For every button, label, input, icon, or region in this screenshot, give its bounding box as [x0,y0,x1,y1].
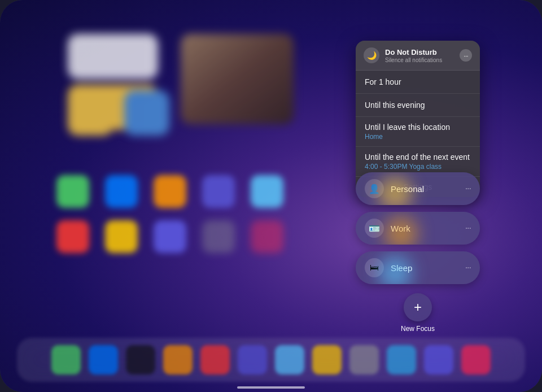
widget-yellow-small [68,90,113,136]
focus-work-button[interactable]: 🪪 Work ··· [356,212,480,245]
app-icon-3 [251,175,283,208]
moon-icon: 🌙 [364,47,379,63]
widget-blue-small [124,90,169,136]
dnd-menu-until-this-evening[interactable]: Until this evening [356,94,480,117]
dnd-menu-for-1-hour[interactable]: For 1 hour [356,71,480,94]
new-focus-button[interactable]: + [404,293,432,321]
app-icon-messages [56,175,89,208]
dock-icon-2 [89,345,118,374]
app-icon-6 [154,220,186,253]
dock-icon-9 [349,345,379,374]
dock-icon-12 [461,345,491,374]
app-icon-7 [202,220,235,253]
home-indicator [237,386,305,389]
focus-buttons-container: 👤 Personal ··· 🪪 Work ··· 🛏 Sleep ··· + [356,172,480,333]
app-icons-row-1 [56,175,283,208]
app-icons-row-2 [56,220,283,253]
plus-icon: + [414,299,422,315]
dock-icon-7 [275,345,304,374]
ipad-frame: 🌙 Do Not Disturb Silence all notificatio… [0,0,542,392]
app-icon-8 [251,220,283,253]
app-icon-2 [202,175,235,208]
new-focus-label: New Focus [401,325,435,333]
app-icon-1 [154,175,186,208]
app-icon-4 [56,220,89,253]
dnd-title: Do Not Disturb [385,48,460,56]
focus-personal-button[interactable]: 👤 Personal ··· [356,172,480,205]
dock-icon-5 [200,345,230,374]
widget-white [68,34,158,79]
until-leave-label: Until I leave this location [365,123,450,132]
dnd-menu-until-leave-location[interactable]: Until I leave this location Home [356,117,480,147]
until-event-sublabel: 4:00 - 5:30PM Yoga class [365,163,471,171]
dnd-header: 🌙 Do Not Disturb Silence all notificatio… [356,41,480,71]
dock-icon-1 [51,345,81,374]
dnd-more-button[interactable]: ··· [460,49,472,62]
new-focus-container: + New Focus [356,293,480,333]
dock-icon-6 [238,345,267,374]
until-leave-sublabel: Home [365,133,471,141]
dock-icon-10 [387,345,416,374]
dnd-subtitle: Silence all notifications [385,57,460,63]
dnd-header-text: Do Not Disturb Silence all notifications [385,48,460,63]
dock-icon-8 [312,345,342,374]
dock-icon-11 [424,345,453,374]
app-icon-5 [105,220,138,253]
dock-icon-3 [126,345,155,374]
dock [17,338,525,382]
focus-sleep-button[interactable]: 🛏 Sleep ··· [356,251,480,284]
app-icon-safari [105,175,138,208]
more-dots-icon: ··· [464,51,468,60]
dock-icon-4 [163,345,193,374]
widget-photo [181,34,294,124]
until-event-label: Until the end of the next event [365,153,470,162]
